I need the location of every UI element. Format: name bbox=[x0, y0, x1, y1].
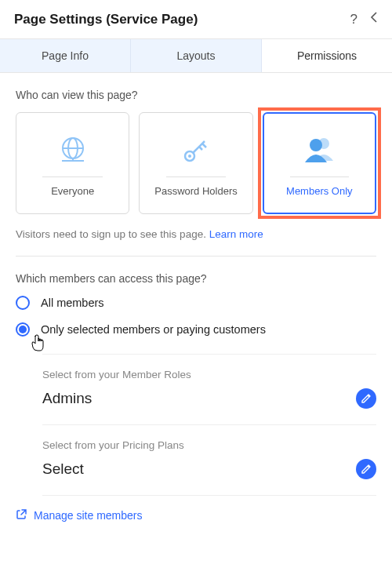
roles-label: Select from your Member Roles bbox=[42, 369, 376, 380]
helper-text: Visitors need to sign up to see this pag… bbox=[16, 228, 209, 240]
tab-page-info[interactable]: Page Info bbox=[0, 39, 131, 72]
option-members-label: Members Only bbox=[286, 185, 353, 197]
tab-permissions[interactable]: Permissions bbox=[262, 39, 392, 72]
pencil-icon bbox=[361, 464, 372, 475]
view-question: Who can view this page? bbox=[16, 89, 376, 101]
option-password[interactable]: Password Holders bbox=[139, 112, 252, 214]
svg-point-11 bbox=[310, 139, 322, 151]
page-header: Page Settings (Service Page) ? bbox=[0, 0, 392, 38]
manage-label: Manage site members bbox=[34, 509, 143, 522]
option-everyone[interactable]: Everyone bbox=[16, 112, 129, 214]
svg-line-8 bbox=[202, 144, 206, 147]
learn-more-link[interactable]: Learn more bbox=[209, 228, 263, 240]
external-link-icon bbox=[16, 508, 27, 522]
plans-label: Select from your Pricing Plans bbox=[42, 439, 376, 451]
radio-selected-label: Only selected members or paying customer… bbox=[41, 323, 266, 336]
view-helper: Visitors need to sign up to see this pag… bbox=[16, 228, 376, 240]
pencil-icon bbox=[361, 393, 372, 404]
radio-all-members[interactable]: All members bbox=[16, 296, 376, 310]
svg-line-9 bbox=[199, 147, 202, 150]
view-options: Everyone Password Holders bbox=[16, 112, 376, 214]
key-icon bbox=[179, 129, 213, 170]
option-password-label: Password Holders bbox=[154, 185, 238, 197]
radio-selected-members[interactable]: Only selected members or paying customer… bbox=[16, 322, 376, 337]
header-actions: ? bbox=[350, 11, 378, 27]
option-everyone-label: Everyone bbox=[51, 185, 94, 197]
radio-icon bbox=[16, 296, 30, 310]
manage-site-members-link[interactable]: Manage site members bbox=[16, 496, 376, 522]
divider bbox=[16, 256, 376, 257]
radio-icon bbox=[16, 322, 30, 337]
page-title: Page Settings (Service Page) bbox=[14, 12, 198, 27]
tabs: Page Info Layouts Permissions bbox=[0, 38, 392, 73]
access-question: Which members can access this page? bbox=[16, 272, 376, 285]
svg-point-6 bbox=[188, 155, 191, 158]
help-icon[interactable]: ? bbox=[350, 12, 358, 27]
roles-value: Admins bbox=[42, 390, 92, 407]
edit-roles-button[interactable] bbox=[356, 388, 376, 409]
option-members-only[interactable]: Members Only bbox=[263, 112, 376, 214]
globe-icon bbox=[56, 129, 90, 170]
plans-value: Select bbox=[42, 460, 84, 478]
back-icon[interactable] bbox=[370, 11, 378, 27]
tab-layouts[interactable]: Layouts bbox=[131, 39, 262, 72]
members-icon bbox=[300, 129, 338, 170]
radio-all-label: All members bbox=[41, 297, 104, 309]
edit-plans-button[interactable] bbox=[356, 459, 376, 479]
